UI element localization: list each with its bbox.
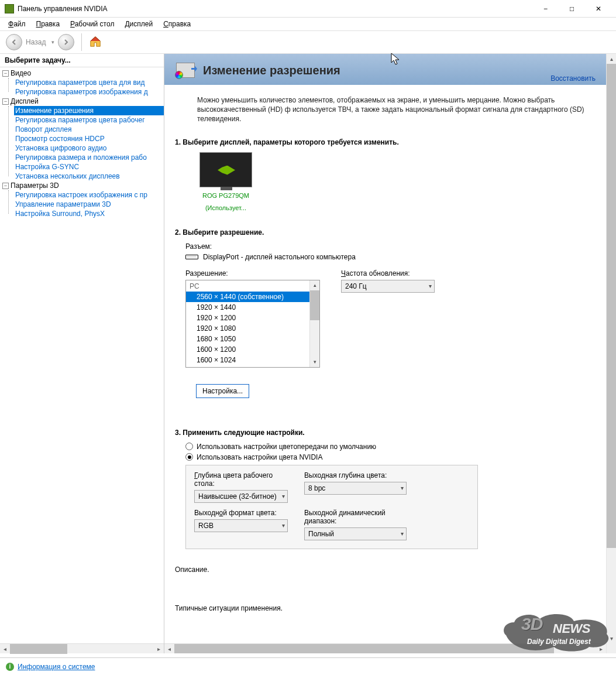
page-body: Можно уменьшить количество элементов, от… (164, 85, 606, 643)
resolution-listbox[interactable]: PC 2560 × 1440 (собственное) 1920 × 1440… (185, 280, 320, 368)
system-info-link[interactable]: Информация о системе (18, 663, 95, 671)
resolution-option[interactable]: 2560 × 1440 (собственное) (186, 292, 309, 302)
resolution-row: Разрешение: PC 2560 × 1440 (собственное)… (185, 269, 596, 403)
resolution-option[interactable]: 1920 × 1440 (186, 302, 309, 313)
minimize-button[interactable]: − (532, 1, 559, 17)
scroll-thumb[interactable] (607, 64, 616, 548)
menu-edit[interactable]: Правка (32, 19, 65, 29)
nav-back-dropdown[interactable]: ▾ (51, 39, 54, 45)
resolution-option[interactable]: 1600 × 1024 (186, 355, 309, 365)
scroll-thumb[interactable] (10, 644, 67, 654)
arrow-left-icon (11, 39, 18, 46)
radio-default-color[interactable]: Использовать настройки цветопередачи по … (185, 443, 596, 451)
tree-item-3d-image[interactable]: Регулировка настроек изображения с пр (14, 190, 164, 200)
refresh-rate-combo[interactable]: 240 Гц ▾ (341, 280, 435, 293)
nvidia-logo-icon (218, 166, 235, 175)
radio-icon (185, 453, 193, 461)
resolution-group: PC (186, 280, 309, 292)
chevron-down-icon: ▾ (282, 522, 285, 529)
menu-file[interactable]: Файл (4, 19, 30, 29)
watermark-3dnews: 3D NEWS Daily Digital Digest (501, 611, 612, 652)
connector-value: DisplayPort - дисплей настольного компью… (203, 253, 356, 261)
radio-icon (185, 443, 193, 450)
radio-nvidia-label: Использовать настройки цвета NVIDIA (197, 453, 322, 461)
scroll-right-icon[interactable]: ▸ (154, 644, 164, 654)
page-description: Можно уменьшить количество элементов, от… (197, 95, 596, 124)
scroll-up-icon[interactable]: ▴ (310, 280, 319, 290)
scroll-left-icon[interactable]: ◂ (0, 644, 10, 654)
desktop-depth-combo[interactable]: Наивысшее (32-битное) ▾ (194, 490, 288, 503)
collapse-icon[interactable]: − (2, 98, 9, 105)
radio-nvidia-color[interactable]: Использовать настройки цвета NVIDIA (185, 453, 596, 461)
sidebar: Выберите задачу... − Видео Регулировка п… (0, 54, 164, 653)
output-format-value: RGB (198, 522, 278, 530)
tree-item-rotate-display[interactable]: Поворот дисплея (14, 125, 164, 134)
sidebar-header: Выберите задачу... (0, 54, 164, 67)
nav-forward-button[interactable] (58, 34, 74, 50)
output-format-combo[interactable]: RGB ▾ (194, 519, 288, 532)
tree-item-3d-manage[interactable]: Управление параметрами 3D (14, 200, 164, 209)
customize-button[interactable]: Настройка... (196, 384, 249, 398)
dynamic-range-combo[interactable]: Полный ▾ (304, 527, 407, 540)
home-button[interactable] (89, 35, 102, 50)
content-vscrollbar[interactable]: ▴ ▾ (606, 54, 616, 653)
collapse-icon[interactable]: − (2, 70, 9, 77)
scroll-down-icon[interactable]: ▾ (310, 357, 319, 367)
desktop-depth-value: Наивысшее (32-битное) (198, 492, 278, 501)
arrow-right-icon (63, 39, 70, 46)
tree-item-hdcp-status[interactable]: Просмотр состояния HDCP (14, 134, 164, 143)
page-icon (175, 61, 196, 80)
refresh-rate-label: Частота обновления: (341, 269, 435, 277)
scroll-left-icon[interactable]: ◂ (164, 644, 174, 653)
tree-cat-display[interactable]: − Дисплей (2, 97, 164, 106)
color-settings-box: Глубина цвета рабочего стола: Наивысшее … (185, 465, 478, 549)
output-depth-label: Выходная глубина цвета: (304, 471, 407, 479)
description-heading: Описание. (175, 566, 596, 574)
toolbar: Назад ▾ (0, 30, 616, 54)
scroll-up-icon[interactable]: ▴ (607, 54, 616, 64)
resolution-option[interactable]: 1600 × 1200 (186, 344, 309, 355)
color-wheel-icon (175, 71, 183, 79)
nav-back-button[interactable] (6, 34, 22, 50)
title-bar: Панель управления NVIDIA − □ ✕ (0, 0, 616, 18)
connector-row: DisplayPort - дисплей настольного компью… (185, 253, 596, 261)
listbox-scrollbar[interactable]: ▴ ▾ (309, 280, 319, 367)
scroll-thumb[interactable] (310, 290, 319, 320)
info-icon: i (6, 663, 14, 671)
step2-title: 2. Выберите разрешение. (175, 228, 596, 237)
tree-item-desktop-color[interactable]: Регулировка параметров цвета рабочег (14, 115, 164, 125)
tree-item-change-resolution[interactable]: Изменение разрешения (14, 106, 164, 115)
output-depth-combo[interactable]: 8 bpc ▾ (304, 482, 407, 495)
scroll-thumb[interactable] (174, 644, 554, 653)
display-thumbnail[interactable]: ROG PG279QM (Использует... (199, 152, 252, 212)
tree-item-video-color[interactable]: Регулировка параметров цвета для вид (14, 78, 164, 87)
collapse-icon[interactable]: − (2, 183, 9, 189)
tree-item-digital-audio[interactable]: Установка цифрового аудио (14, 143, 164, 153)
toolbar-divider (81, 33, 82, 51)
close-button[interactable]: ✕ (585, 1, 611, 17)
content: Изменение разрешения Восстановить Можно … (164, 54, 606, 653)
display-monitor-icon (199, 152, 252, 187)
menu-desktop[interactable]: Рабочий стол (66, 19, 119, 29)
resolution-option[interactable]: 1920 × 1200 (186, 313, 309, 323)
tree-cat-label: Дисплей (11, 97, 39, 105)
watermark-news: NEWS (553, 621, 590, 636)
dynamic-range-value: Полный (308, 530, 397, 538)
tree-item-gsync[interactable]: Настройка G-SYNC (14, 162, 164, 172)
radio-default-label: Использовать настройки цветопередачи по … (197, 443, 376, 451)
tree-item-size-position[interactable]: Регулировка размера и положения рабо (14, 153, 164, 162)
menu-help[interactable]: Справка (159, 19, 195, 29)
tree-item-video-image[interactable]: Регулировка параметров изображения д (14, 87, 164, 97)
maximize-button[interactable]: □ (559, 1, 585, 17)
nav-back-label: Назад (26, 38, 46, 46)
tree-cat-video[interactable]: − Видео (2, 68, 164, 78)
menu-display[interactable]: Дисплей (120, 19, 157, 29)
resolution-label: Разрешение: (185, 269, 320, 277)
resolution-option[interactable]: 1680 × 1050 (186, 334, 309, 344)
restore-link[interactable]: Восстановить (550, 74, 596, 83)
tree-item-surround-physx[interactable]: Настройка Surround, PhysX (14, 209, 164, 218)
tree-item-multi-display[interactable]: Установка нескольких дисплеев (14, 172, 164, 181)
sidebar-hscrollbar[interactable]: ◂ ▸ (0, 643, 164, 653)
tree-cat-3d[interactable]: − Параметры 3D (2, 181, 164, 190)
resolution-option[interactable]: 1920 × 1080 (186, 323, 309, 334)
